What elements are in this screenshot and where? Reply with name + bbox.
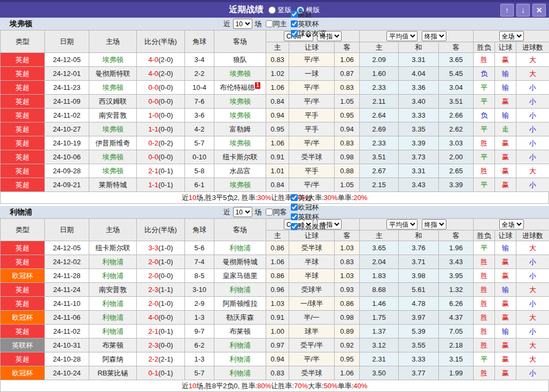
half-score: (0-1)	[158, 327, 173, 335]
close-button[interactable]: ✕	[532, 4, 546, 17]
handicap-away-odds: 1.06	[335, 366, 360, 380]
league-checkbox-input[interactable]	[291, 20, 298, 27]
league-checkbox-英超[interactable]: 英超	[288, 193, 326, 203]
home-team: RB莱比锡	[89, 366, 137, 380]
full-score: 2-0	[148, 299, 158, 308]
league-label: 英联杯	[298, 19, 319, 29]
europe-avg-select[interactable]: 平均值	[386, 31, 417, 41]
corner-count: 10-4	[185, 81, 214, 95]
handicap-line: 平/半	[289, 53, 335, 67]
europe-avg-select[interactable]: 平均值	[386, 219, 417, 229]
handicap-line: 平/半	[289, 81, 335, 95]
away-team: 阿斯顿维拉	[214, 297, 266, 311]
same-venue-checkbox[interactable]: 同主	[263, 19, 287, 29]
full-score: 0-0	[148, 83, 158, 91]
handicap-away-odds: 0.83	[335, 81, 360, 95]
handicap-home-odds: 0.94	[266, 109, 289, 122]
competition-badge: 欧冠杯	[1, 311, 45, 325]
europe-time-select[interactable]: 终指	[422, 219, 446, 229]
home-team: 莱斯特城	[89, 178, 137, 192]
home-team: 埃弗顿	[89, 81, 137, 95]
away-team: 曼彻斯特城	[214, 255, 266, 269]
league-checkbox-input[interactable]	[291, 223, 298, 230]
home-team: 南安普敦	[89, 283, 137, 297]
result-outcome: 胜	[474, 311, 495, 325]
half-score: (0-0)	[158, 313, 173, 321]
home-team: 利物浦	[89, 255, 137, 269]
handicap-home-odds: 1.01	[266, 164, 289, 178]
league-checkbox-input[interactable]	[291, 11, 298, 18]
sub-outcome: 胜负	[474, 42, 495, 53]
league-checkbox-英超[interactable]: 英超	[288, 10, 326, 19]
match-count-select[interactable]: 10	[233, 207, 252, 217]
europe-away-odds: 2.65	[439, 164, 474, 178]
result-outcome: 平	[474, 122, 495, 136]
away-team: 埃弗顿	[214, 67, 266, 81]
half-score: (2-0)	[158, 70, 173, 78]
match-count-select[interactable]: 10	[233, 19, 252, 29]
result-goals: 小	[516, 255, 549, 269]
europe-draw-odds: 3.97	[399, 311, 439, 325]
competition-badge: 英超	[1, 178, 45, 192]
same-venue-checkbox-input[interactable]	[266, 20, 273, 27]
league-checkbox-英联杯[interactable]: 英联杯	[288, 212, 326, 222]
result-handicap: 赢	[495, 136, 516, 150]
summary-text: 70%	[294, 382, 308, 390]
europe-away-odds: 1.99	[439, 366, 474, 380]
same-venue-checkbox[interactable]: 同客	[263, 207, 287, 217]
home-team: 埃弗顿	[89, 164, 137, 178]
league-checkbox-球会友谊[interactable]: 球会友谊	[288, 222, 326, 232]
league-checkbox-英联杯[interactable]: 英联杯	[288, 19, 326, 29]
scope-select[interactable]: 全场	[499, 219, 524, 229]
europe-home-odds: 2.64	[360, 109, 399, 122]
result-goals: 小	[516, 366, 549, 380]
europe-draw-odds: 3.43	[399, 178, 439, 192]
away-team: 布莱顿	[214, 325, 266, 339]
europe-draw-odds: 3.33	[399, 109, 439, 122]
filter-bar: 利物浦 近 10 场 同客 英超欧冠杯英联杯球会友谊	[0, 206, 549, 218]
league-checkbox-欧冠杯[interactable]: 欧冠杯	[288, 203, 326, 212]
result-outcome: 负	[474, 67, 495, 81]
result-outcome: 胜	[474, 255, 495, 269]
match-date: 24-11-10	[45, 297, 89, 311]
result-goals: 小	[516, 269, 549, 283]
league-checkbox-input[interactable]	[291, 213, 298, 220]
move-up-button[interactable]: ↑	[500, 4, 514, 17]
summary-text: 40%	[353, 382, 367, 390]
league-checkbox-球会友谊[interactable]: 球会友谊	[288, 29, 326, 39]
europe-draw-odds: 3.76	[399, 241, 439, 255]
away-team: 埃弗顿	[214, 109, 266, 122]
handicap-away-odds: 1.06	[335, 53, 360, 67]
move-down-button[interactable]: ↓	[516, 4, 530, 17]
filter-controls: 近 10 场 同主 英超英联杯球会友谊	[223, 10, 326, 39]
half-score: (0-0)	[158, 83, 173, 91]
league-checkbox-input[interactable]	[291, 30, 298, 37]
away-team: 狼队	[214, 53, 266, 67]
same-venue-label: 同主	[273, 19, 287, 29]
sub-home-odds: 主	[266, 42, 289, 53]
handicap-home-odds: 0.83	[266, 366, 289, 380]
summary-text: 场,胜8平2负0, 胜率:	[196, 381, 257, 391]
home-team: 曼彻斯特联	[89, 67, 137, 81]
handicap-home-odds: 1.06	[266, 81, 289, 95]
corner-count: 4-2	[185, 122, 214, 136]
full-score: 3-3	[148, 244, 158, 252]
league-checkbox-input[interactable]	[291, 204, 298, 211]
europe-draw-odds: 4.78	[399, 297, 439, 311]
league-checkbox-input[interactable]	[291, 194, 298, 201]
result-handicap: 赢	[495, 178, 516, 192]
sub-europe-draw: 和	[399, 230, 439, 241]
match-row: 欧冠杯24-11-28利物浦2-0(0-0)8-5皇家马德里0.86半球1.03…	[1, 269, 549, 283]
corner-count: 6-1	[185, 178, 214, 192]
summary-text: 50%	[324, 382, 338, 390]
same-venue-checkbox-input[interactable]	[266, 209, 273, 216]
handicap-line: 平/半	[289, 95, 335, 109]
score-cell: 2-0(1-0)	[137, 297, 185, 311]
europe-time-select[interactable]: 终指	[422, 31, 446, 41]
result-handicap: 输	[495, 67, 516, 81]
europe-away-odds: 2.00	[439, 150, 474, 164]
scope-select[interactable]: 全场	[499, 31, 524, 41]
away-team: 利物浦	[214, 283, 266, 297]
competition-badge: 英超	[1, 95, 45, 109]
match-row: 英超24-10-06埃弗顿0-0(0-0)0-10纽卡斯尔联0.91受半球0.9…	[1, 150, 549, 164]
